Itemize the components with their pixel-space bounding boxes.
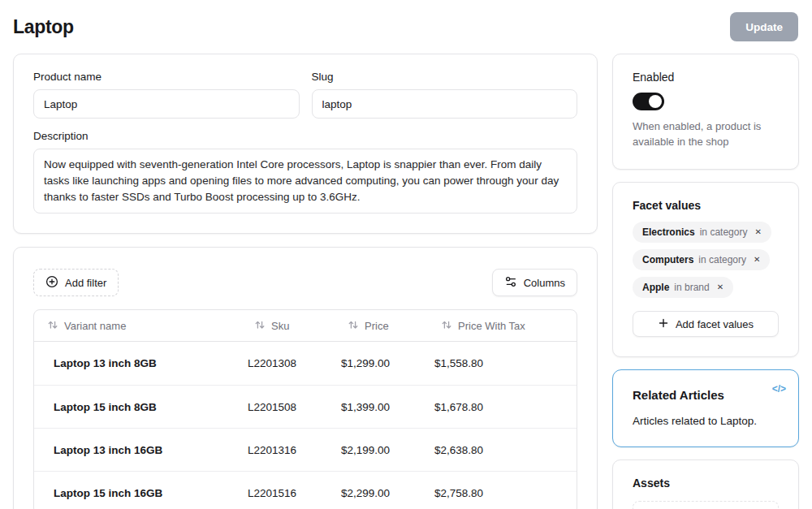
main-layout: Product name Slug Description Now equipp… (0, 54, 812, 509)
sku-cell: L2201516 (241, 487, 335, 499)
related-articles-card: </> Related Articles Articles related to… (612, 369, 799, 447)
price-cell: $2,299.00 (335, 487, 428, 499)
facet-chip-name: Computers (642, 254, 693, 265)
header-variant-name[interactable]: Variant name (34, 319, 241, 333)
description-field: Description Now equipped with seventh-ge… (33, 130, 577, 214)
enabled-description: When enabled, a product is available in … (633, 119, 779, 149)
price-with-tax-cell: $2,638.80 (428, 444, 577, 456)
header-price-with-tax[interactable]: Price With Tax (428, 319, 577, 333)
facet-chip: Electronics in category ✕ (633, 222, 771, 243)
sort-icon (441, 319, 452, 333)
table-row[interactable]: Laptop 13 inch 16GB L2201316 $2,199.00 $… (34, 428, 577, 471)
product-name-label: Product name (33, 71, 300, 83)
enabled-title: Enabled (633, 71, 779, 84)
variants-table: Variant name Sku Price Price With T (33, 309, 577, 509)
sku-cell: L2201308 (241, 357, 335, 369)
related-articles-title: Related Articles (633, 388, 779, 402)
sku-cell: L2201316 (241, 444, 335, 456)
sort-icon (348, 319, 359, 333)
add-facet-values-label: Add facet values (676, 318, 754, 330)
facet-values-title: Facet values (633, 199, 779, 212)
price-with-tax-cell: $1,558.80 (428, 357, 577, 369)
assets-title: Assets (633, 477, 779, 490)
table-row[interactable]: Laptop 13 inch 8GB L2201308 $1,299.00 $1… (34, 342, 577, 385)
facet-chip-name: Electronics (642, 226, 695, 238)
add-filter-button[interactable]: Add filter (33, 269, 119, 296)
slug-input[interactable] (312, 89, 578, 119)
header-price[interactable]: Price (335, 319, 428, 333)
variant-name-cell: Laptop 15 inch 16GB (34, 487, 241, 499)
facet-chip-qualifier: in category (698, 254, 746, 265)
code-icon[interactable]: </> (772, 383, 786, 395)
facet-chip-name: Apple (642, 282, 669, 293)
close-icon[interactable]: ✕ (717, 283, 723, 291)
variant-name-cell: Laptop 13 inch 8GB (34, 357, 241, 369)
table-header-row: Variant name Sku Price Price With T (34, 310, 577, 342)
price-cell: $1,399.00 (335, 401, 428, 413)
name-slug-row: Product name Slug (33, 71, 577, 119)
variants-toolbar: Add filter Columns (33, 269, 577, 296)
product-form-card: Product name Slug Description Now equipp… (13, 54, 598, 234)
header-label: Variant name (64, 320, 126, 332)
update-button[interactable]: Update (730, 12, 798, 41)
close-icon[interactable]: ✕ (754, 256, 760, 264)
page-title: Laptop (13, 12, 74, 41)
header-sku[interactable]: Sku (241, 319, 335, 333)
facet-chip-qualifier: in brand (674, 282, 709, 293)
page-header: Laptop Update (0, 0, 812, 54)
header-label: Price With Tax (458, 320, 525, 332)
variant-name-cell: Laptop 15 inch 8GB (34, 401, 241, 413)
close-icon[interactable]: ✕ (754, 228, 761, 236)
header-label: Price (365, 320, 389, 332)
main-column: Product name Slug Description Now equipp… (13, 54, 598, 509)
facet-values-card: Facet values Electronics in category ✕ C… (612, 182, 799, 357)
add-facet-values-button[interactable]: Add facet values (633, 311, 779, 337)
description-label: Description (33, 130, 577, 142)
variants-card: Add filter Columns (13, 247, 598, 509)
facet-chip: Apple in brand ✕ (633, 277, 733, 298)
header-label: Sku (271, 320, 289, 332)
price-with-tax-cell: $1,678.80 (428, 401, 577, 413)
facet-chip: Computers in category ✕ (633, 249, 770, 270)
product-name-input[interactable] (33, 89, 300, 119)
description-input[interactable]: Now equipped with seventh-generation Int… (33, 149, 577, 214)
facet-chip-list: Electronics in category ✕ Computers in c… (633, 222, 779, 298)
product-name-field: Product name (33, 71, 300, 119)
enabled-card: Enabled When enabled, a product is avail… (612, 54, 799, 170)
table-row[interactable]: Laptop 15 inch 16GB L2201516 $2,299.00 $… (34, 471, 577, 509)
assets-card: Assets (612, 459, 799, 509)
table-row[interactable]: Laptop 15 inch 8GB L2201508 $1,399.00 $1… (34, 385, 577, 428)
product-detail-page: Laptop Update Product name Slug Descr (0, 0, 812, 509)
add-filter-label: Add filter (65, 277, 106, 289)
price-cell: $2,199.00 (335, 444, 428, 456)
slug-field: Slug (312, 71, 578, 119)
plus-icon (658, 317, 669, 331)
asset-upload-dropzone[interactable] (633, 501, 779, 509)
toggle-knob (649, 95, 662, 108)
variant-name-cell: Laptop 13 inch 16GB (34, 444, 241, 456)
sku-cell: L2201508 (241, 401, 335, 413)
column-settings-icon (504, 275, 517, 291)
price-with-tax-cell: $2,758.80 (428, 487, 577, 499)
columns-label: Columns (524, 277, 565, 289)
price-cell: $1,299.00 (335, 357, 428, 369)
sidebar: Enabled When enabled, a product is avail… (612, 54, 799, 509)
sort-icon (47, 319, 58, 333)
circle-plus-icon (45, 275, 58, 291)
enabled-toggle[interactable] (633, 93, 664, 110)
related-articles-body: Articles related to Laptop. (633, 415, 779, 427)
slug-label: Slug (312, 71, 578, 83)
sort-icon (254, 319, 266, 333)
columns-button[interactable]: Columns (492, 269, 577, 296)
facet-chip-qualifier: in category (700, 226, 748, 238)
